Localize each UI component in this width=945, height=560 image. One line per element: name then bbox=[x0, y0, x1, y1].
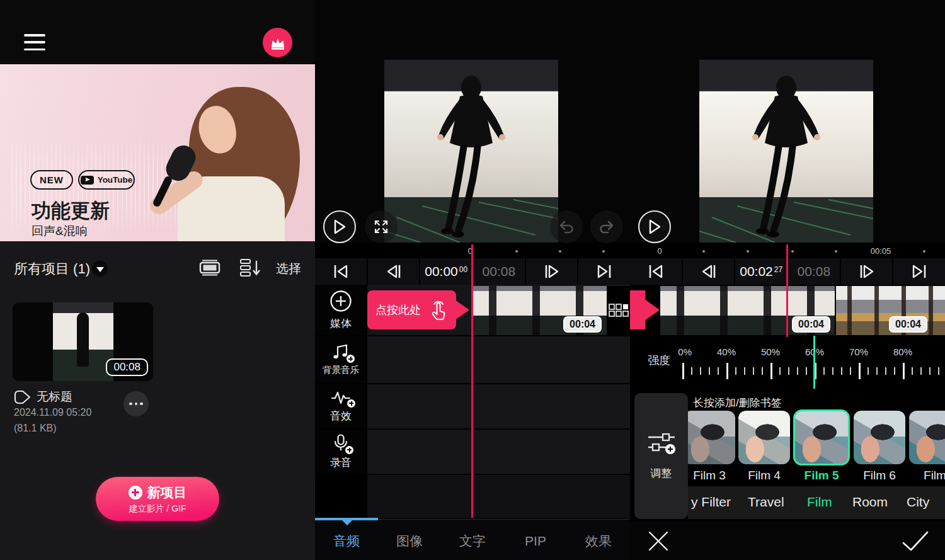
filter-label-film5: Film 5 bbox=[794, 469, 849, 483]
bgm-label: 背景音乐 bbox=[323, 364, 359, 376]
tab-text[interactable]: 文字 bbox=[441, 525, 504, 557]
timeline-clip-2[interactable]: 00:04 bbox=[836, 286, 945, 335]
editor-header: ? 无标题 (16:9) 输出 bbox=[315, 0, 630, 60]
intensity-ticks[interactable]: 30% 40% 50% 60% 70% 80% bbox=[678, 346, 945, 383]
timeline-clip-1[interactable]: 00:04 bbox=[660, 286, 835, 335]
undo-icon bbox=[558, 220, 575, 234]
tab-effects[interactable]: 效果 bbox=[567, 525, 630, 557]
project-name: 无标题 bbox=[37, 389, 72, 405]
tooltip-arrow-remnant bbox=[630, 290, 660, 329]
bookmark-hint: 长按添加/删除书签 bbox=[693, 396, 782, 410]
category-film[interactable]: Film bbox=[807, 494, 832, 510]
tab-image[interactable]: 图像 bbox=[378, 525, 441, 557]
skip-start-button[interactable] bbox=[315, 258, 367, 285]
projects-dropdown[interactable] bbox=[92, 261, 108, 277]
filter-label-film7: Film bbox=[909, 469, 945, 483]
tab-audio[interactable]: 音频 bbox=[315, 525, 378, 557]
project-date: 2024.11.09 05:20 bbox=[14, 407, 91, 418]
playhead[interactable] bbox=[471, 244, 473, 518]
banner-subtitle: 回声&混响 bbox=[32, 223, 88, 239]
filter-category-row: y Filter Travel Film Room City bbox=[688, 486, 945, 519]
expand-icon bbox=[374, 219, 389, 234]
sfx-track-lane bbox=[367, 384, 630, 428]
record-label: 录音 bbox=[330, 455, 352, 470]
project-card[interactable]: 00:08 bbox=[13, 302, 153, 381]
plus-icon bbox=[129, 486, 142, 500]
project-more-button[interactable] bbox=[123, 391, 149, 416]
filter-thumb-film4[interactable] bbox=[738, 411, 790, 464]
adjust-button[interactable]: 调整 bbox=[634, 393, 688, 519]
category-room[interactable]: Room bbox=[852, 494, 888, 510]
microphone-record-icon bbox=[333, 434, 349, 452]
next-frame-button[interactable] bbox=[526, 258, 578, 285]
record-track-lane bbox=[367, 430, 630, 474]
filter-play-button[interactable] bbox=[638, 210, 671, 243]
add-media-button[interactable]: 媒体 bbox=[315, 285, 367, 335]
filter-header: ? bbox=[630, 0, 945, 60]
video-frame bbox=[384, 60, 558, 243]
filter-thumb-film3[interactable] bbox=[684, 411, 735, 464]
project-size: (81.1 KB) bbox=[14, 423, 57, 434]
clip-duration-badge: 00:04 bbox=[563, 316, 602, 333]
sfx-button[interactable]: 音效 bbox=[315, 384, 367, 428]
prev-frame-button[interactable] bbox=[683, 258, 735, 285]
new-project-button[interactable]: 新项目 建立影片 / GIF bbox=[96, 477, 219, 521]
next-frame-button[interactable] bbox=[841, 258, 893, 285]
editor-preview[interactable] bbox=[315, 60, 630, 243]
tab-pip[interactable]: PIP bbox=[504, 525, 567, 557]
category-city[interactable]: City bbox=[907, 494, 929, 510]
category-travel[interactable]: Travel bbox=[748, 494, 784, 510]
close-icon[interactable] bbox=[647, 530, 670, 552]
transition-button[interactable] bbox=[607, 286, 630, 335]
skip-start-button[interactable] bbox=[630, 258, 682, 285]
category-filter[interactable]: y Filter bbox=[691, 494, 731, 510]
timeline-clip[interactable]: 00:04 bbox=[472, 286, 607, 335]
play-button[interactable] bbox=[323, 210, 356, 243]
new-project-label: 新项目 bbox=[147, 484, 187, 501]
view-mode-icon[interactable] bbox=[199, 259, 220, 277]
home-panel: NEW YouTube 功能更新 回声&混响 所有项目 (1) 选择 00:08… bbox=[0, 0, 315, 560]
sort-icon[interactable] bbox=[239, 258, 262, 277]
total-time-display: 00:08 bbox=[473, 258, 525, 285]
filter-label-film6: Film 6 bbox=[854, 469, 905, 483]
skip-end-button[interactable] bbox=[893, 258, 945, 285]
clip2-duration-badge: 00:04 bbox=[889, 316, 927, 333]
filter-confirm-bar bbox=[630, 522, 945, 560]
filter-thumb-film7[interactable] bbox=[909, 411, 945, 464]
tick-label-70: 70% bbox=[849, 346, 868, 357]
select-button[interactable]: 选择 bbox=[276, 260, 301, 277]
adjust-label: 调整 bbox=[651, 466, 672, 481]
fullscreen-button[interactable] bbox=[365, 210, 398, 243]
record-button[interactable]: 录音 bbox=[315, 430, 367, 474]
menu-icon[interactable] bbox=[24, 34, 45, 50]
filter-label-film3: Film 3 bbox=[684, 469, 735, 483]
active-tab-indicator bbox=[315, 518, 378, 520]
ruler-label-five: 00:05 bbox=[868, 246, 893, 256]
bgm-track-lane bbox=[367, 336, 630, 383]
tick-label-50: 50% bbox=[761, 346, 780, 357]
confirm-check-icon[interactable] bbox=[901, 530, 930, 552]
new-badge: NEW bbox=[30, 170, 73, 190]
filter-playhead[interactable] bbox=[786, 244, 788, 337]
intensity-bookmark-indicator[interactable] bbox=[813, 336, 815, 389]
skip-end-button[interactable] bbox=[578, 258, 630, 285]
redo-button[interactable] bbox=[590, 210, 623, 243]
current-time-display: 00:0227 bbox=[735, 258, 787, 285]
tag-icon bbox=[14, 390, 31, 404]
total-time-display: 00:08 bbox=[788, 258, 840, 285]
promo-banner[interactable]: NEW YouTube 功能更新 回声&混响 bbox=[0, 64, 315, 241]
premium-crown-button[interactable] bbox=[263, 28, 292, 57]
project-duration-badge: 00:08 bbox=[106, 358, 148, 376]
bgm-button[interactable]: 背景音乐 bbox=[315, 336, 367, 383]
current-time-display: 00:0000 bbox=[420, 258, 472, 285]
filter-thumb-film5-selected[interactable] bbox=[794, 411, 849, 464]
scene-figure bbox=[699, 60, 873, 243]
prev-frame-button[interactable] bbox=[368, 258, 420, 285]
crown-icon bbox=[270, 35, 286, 50]
filter-thumb-film6[interactable] bbox=[854, 411, 905, 464]
projects-title: 所有项目 (1) bbox=[14, 260, 90, 278]
home-topbar bbox=[0, 0, 315, 64]
transition-grid-icon bbox=[609, 304, 629, 317]
undo-button[interactable] bbox=[550, 210, 583, 243]
filter-preview[interactable] bbox=[630, 60, 945, 243]
